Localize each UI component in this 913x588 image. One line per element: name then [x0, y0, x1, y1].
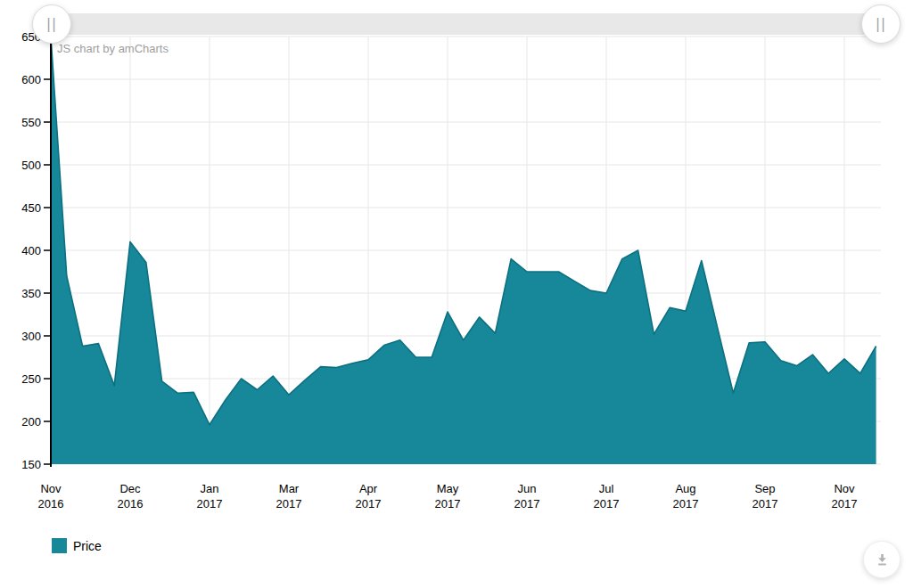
legend-marker — [52, 538, 67, 553]
x-axis-label-year: 2017 — [594, 497, 620, 510]
legend-label: Price — [73, 539, 102, 553]
scrollbar-left-handle[interactable]: || — [32, 4, 71, 44]
scrollbar-right-handle[interactable]: || — [861, 4, 901, 44]
x-axis-label-month: May — [437, 482, 459, 495]
x-axis-label-month: Aug — [675, 482, 695, 495]
x-axis-label-month: Dec — [119, 482, 141, 495]
y-axis-label: 300 — [21, 330, 41, 343]
y-axis-label: 250 — [21, 372, 41, 386]
x-axis-label-month: Nov — [40, 482, 62, 495]
drag-grip-icon: || — [876, 17, 886, 31]
legend: Price — [52, 538, 102, 553]
x-axis-label-year: 2017 — [276, 497, 302, 510]
x-axis-label-month: Jul — [599, 482, 614, 495]
drag-grip-icon: || — [46, 17, 57, 31]
amcharts-watermark-link[interactable]: JS chart by amCharts — [57, 42, 169, 55]
y-axis-label: 150 — [21, 458, 41, 471]
y-axis-label: 200 — [21, 415, 41, 429]
y-axis-label: 550 — [21, 116, 41, 129]
x-axis-label-year: 2017 — [832, 497, 858, 510]
x-axis-label-month: Jan — [201, 482, 219, 495]
x-axis-label-year: 2017 — [514, 497, 540, 510]
y-axis-label: 450 — [21, 201, 41, 215]
y-axis-label: 500 — [21, 159, 41, 172]
download-button[interactable] — [863, 541, 901, 578]
download-icon — [874, 551, 891, 568]
x-axis-label-month: Sep — [754, 482, 775, 495]
x-axis-label-year: 2017 — [197, 497, 223, 510]
x-axis-label-month: Jun — [518, 482, 537, 495]
x-axis-label-year: 2017 — [356, 497, 382, 510]
x-axis-label-month: Apr — [359, 482, 378, 495]
y-axis-label: 350 — [21, 287, 41, 300]
x-axis-label-year: 2017 — [753, 497, 778, 510]
x-axis-label-year: 2017 — [435, 497, 461, 510]
x-axis-label-year: 2016 — [118, 497, 144, 510]
x-axis-label-year: 2016 — [38, 497, 64, 510]
y-axis-label: 400 — [21, 244, 41, 257]
x-axis-label-month: Mar — [279, 482, 300, 495]
chart-scrollbar[interactable]: || || — [51, 13, 883, 35]
x-axis-label-year: 2017 — [673, 497, 699, 510]
legend-item-price[interactable]: Price — [52, 538, 102, 553]
x-axis-label-month: Nov — [834, 482, 855, 495]
y-axis-label: 600 — [21, 73, 41, 86]
price-area-chart[interactable]: 150200250300350400450500550600650Nov2016… — [0, 0, 913, 517]
